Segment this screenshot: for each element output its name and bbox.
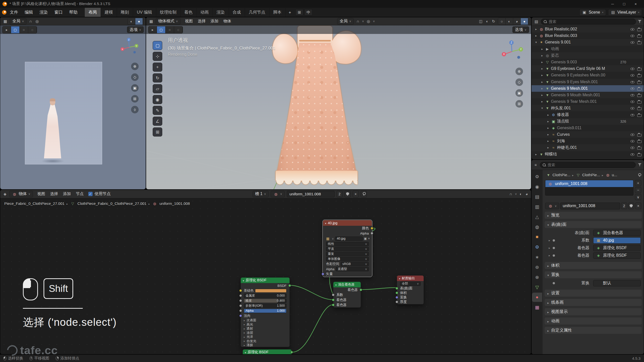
outliner-row[interactable]: ▸ Curves [532,131,644,138]
unlink-material-button[interactable]: × [353,191,359,197]
target-dropdown[interactable]: 全部∨ [400,282,421,286]
material-slot-selected[interactable]: uniform_1001.008 [545,180,633,187]
shading-wireframe-icon[interactable]: ○ [498,18,506,25]
properties-tab[interactable]: ▥ [532,202,542,211]
material-name-field[interactable]: uniform_1001.008 [560,203,620,209]
disable-in-render-toggle[interactable] [637,93,642,98]
expand-icon[interactable]: ▸ [534,27,539,31]
menu-item[interactable]: 帮助 [66,8,81,16]
zoom-icon[interactable]: ⊕ [515,68,523,75]
menu-item[interactable]: 编辑 [21,8,36,16]
editor-type-icon[interactable]: ◈ [3,192,7,196]
input-socket[interactable] [332,304,335,306]
disable-in-render-toggle[interactable] [637,73,642,78]
breadcrumb-item[interactable]: ClothPie... [546,173,571,177]
hide-in-viewport-toggle[interactable] [630,152,635,157]
hide-in-viewport-toggle[interactable] [630,27,635,32]
select-mode-button[interactable]: ◌ [174,26,183,33]
hide-in-viewport-toggle[interactable] [630,99,635,104]
menubar-status-icon[interactable]: ⊞ [295,9,303,16]
expand-icon[interactable]: ▸ [540,80,545,84]
normal-input-socket[interactable] [239,314,242,317]
outliner-row[interactable]: ▸ 蝴蝶结 [532,151,644,158]
expand-icon[interactable]: ▸ [546,139,551,143]
material-users-count[interactable]: 2 [621,203,627,209]
hide-in-viewport-toggle[interactable] [630,79,635,84]
input-socket[interactable] [395,287,398,290]
menu-item[interactable]: 窗口 [51,8,66,16]
disable-in-render-toggle[interactable] [637,106,642,111]
metallic-slider[interactable]: 金属度0.000 [244,294,287,298]
expand-icon[interactable]: ▾ [540,106,545,110]
collapse-icon[interactable] [399,277,400,280]
bsdf-section-row[interactable]: 涂层 [241,331,290,335]
pan-hand-icon[interactable]: ◇ [515,78,523,86]
base-color-input-socket[interactable] [239,289,242,292]
disable-in-render-toggle[interactable] [637,33,642,38]
editor-type-icon[interactable]: ▦ [149,19,154,24]
properties-tab[interactable]: ⚙ [532,172,542,181]
breadcrumb-item[interactable]: uniform_1001.008 [159,201,190,206]
options-dropdown[interactable]: 选项∨ [127,26,144,33]
interpolation-dropdown[interactable]: 线性∨ [326,242,369,246]
snap-magnet-icon[interactable]: ∩ [509,192,513,196]
properties-tab[interactable]: ▽ [532,283,542,292]
hide-in-viewport-toggle[interactable] [630,145,635,150]
expand-icon[interactable] [548,254,551,257]
breadcrumb-item[interactable]: Piece_Fabric_0_ClothPiece_27.001 [4,201,64,206]
viewport-tool-button[interactable]: ∠ [153,117,162,126]
material-property-row[interactable]: 着色器 原理化 BSDF [543,244,644,252]
roughness-input-socket[interactable] [239,299,242,302]
add-slot-button[interactable]: + [635,180,641,186]
properties-tab[interactable]: ∗ [532,252,542,262]
scene-selector[interactable]: ▣ Scene × [579,9,606,16]
expand-icon[interactable]: ▸ [546,113,551,117]
remove-slot-button[interactable]: − [635,187,641,193]
bsdf-section-row[interactable]: 透射 [241,327,290,331]
workspace-tab[interactable]: 雕刻 [117,8,133,17]
bsdf-section-row[interactable]: 薄膜 [241,343,290,347]
expand-icon[interactable]: ▸ [540,60,545,64]
hide-in-viewport-toggle[interactable] [630,86,635,91]
outliner-search-input[interactable] [549,19,633,24]
viewport-tool-button[interactable]: ✎ [153,106,162,115]
outliner-row[interactable]: ▸ Genesis9.011 [532,125,644,131]
expand-icon[interactable]: ▸ [546,126,551,130]
input-socket[interactable] [395,292,398,294]
lock-view-icon[interactable]: ◊ [131,106,139,113]
shading-solid-icon[interactable]: ◐ [128,18,135,25]
properties-tab[interactable]: ◍ [532,222,542,232]
interaction-mode-dropdown[interactable]: 物体模式∨ [156,18,180,25]
add-workspace-button[interactable]: + [286,9,295,16]
fake-user-button[interactable] [345,191,351,197]
select-mode-button[interactable]: ▢ [11,26,20,33]
hide-in-viewport-toggle[interactable] [630,73,635,78]
editor-type-icon[interactable]: ≡ [534,163,538,167]
workspace-tab[interactable]: 着色 [181,8,197,17]
workspace-tab[interactable]: 几何节点 [245,8,269,17]
properties-tab[interactable]: ◉ [532,182,542,191]
select-mode-button[interactable]: ○ [20,26,28,33]
bsdf-section-row[interactable]: 光泽 [241,335,290,339]
gizmos-toggle-icon[interactable]: ↻ [491,19,496,24]
pin-icon[interactable] [638,173,641,177]
disable-in-render-toggle[interactable] [637,40,642,45]
select-mode-button[interactable]: ▢ [157,26,166,33]
transform-orientation-dropdown[interactable]: 全局∨ [337,18,354,25]
panel-custom-properties[interactable]: 自定义属性 [545,327,642,334]
breadcrumb-item[interactable]: ClothPie... [575,173,600,177]
outliner-search[interactable] [541,19,636,25]
panel-surface[interactable]: 表(曲)面 [545,221,642,228]
shader-menu-item[interactable]: 选择 [48,191,61,197]
properties-tab[interactable]: ⚙ [532,242,542,252]
viewport-tool-button[interactable]: ▢ [153,41,162,50]
panel-displacement[interactable]: 置换 [545,271,642,278]
select-mode-button[interactable]: ▸ [148,26,157,33]
menu-item[interactable]: 文件 [7,8,21,16]
collapse-icon[interactable] [325,221,326,225]
bsdf-section-row[interactable]: 次表面 [241,318,290,323]
select-mode-button[interactable]: ◌ [28,26,37,33]
properties-tab[interactable]: ▦ [532,303,542,312]
material-slot-list[interactable]: uniform_1001.008 [545,180,633,196]
camera-view-icon[interactable]: ▣ [131,84,139,92]
